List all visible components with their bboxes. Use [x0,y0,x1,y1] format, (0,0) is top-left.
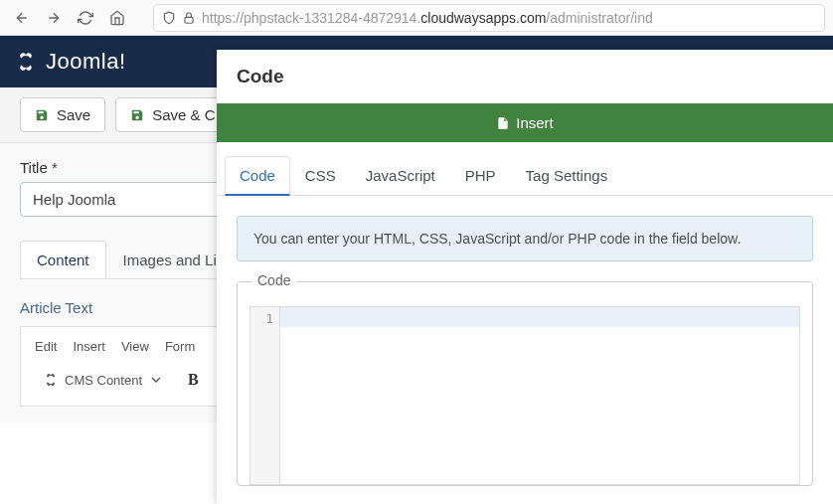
code-legend: Code [251,272,296,288]
menu-view[interactable]: View [121,339,149,354]
modal-title: Code [217,50,833,103]
modal-tabs: Code CSS JavaScript PHP Tag Settings [217,142,833,196]
menu-format[interactable]: Form [165,339,195,354]
home-button[interactable] [103,4,131,32]
joomla-logo-icon [14,50,38,74]
line-gutter: 1 [250,307,280,484]
bold-button[interactable]: B [182,369,205,391]
arrow-right-icon [46,10,62,26]
tab-php[interactable]: PHP [450,156,511,195]
arrow-left-icon [14,10,30,26]
insert-button[interactable]: Insert [217,103,833,142]
menu-insert[interactable]: Insert [73,339,105,354]
code-editor[interactable]: 1 [250,306,800,485]
tab-code[interactable]: Code [225,156,290,196]
browser-toolbar: https://phpstack-1331284-4872914.cloudwa… [0,0,833,36]
tab-css[interactable]: CSS [290,156,351,195]
menu-edit[interactable]: Edit [35,339,57,354]
info-message: You can enter your HTML, CSS, JavaScript… [237,216,813,261]
tab-content[interactable]: Content [20,241,106,278]
active-line [280,307,799,327]
line-number: 1 [256,311,273,326]
back-button[interactable] [8,4,36,32]
code-lines[interactable] [280,307,799,484]
save-close-button[interactable]: Save & C [115,97,230,132]
reload-icon [78,10,93,26]
save-icon [130,108,144,122]
save-icon [35,108,49,122]
svg-rect-0 [185,17,193,23]
address-bar[interactable]: https://phpstack-1331284-4872914.cloudwa… [153,4,825,32]
file-import-icon [496,116,510,130]
forward-button[interactable] [40,4,68,32]
home-icon [109,10,125,26]
tab-tag-settings[interactable]: Tag Settings [511,156,623,195]
lock-icon [182,11,196,25]
joomla-small-icon [43,372,59,388]
tab-javascript[interactable]: JavaScript [351,156,450,195]
reload-button[interactable] [72,4,99,32]
cms-content-dropdown[interactable]: CMS Content [35,368,172,392]
code-modal: Code Insert Code CSS JavaScript PHP Tag … [217,50,833,504]
code-fieldset: Code 1 [237,281,813,486]
shield-icon [162,11,176,25]
chevron-down-icon [148,372,164,388]
save-button[interactable]: Save [20,97,105,132]
brand-name: Joomla! [46,49,126,75]
url-text: https://phpstack-1331284-4872914.cloudwa… [202,10,653,26]
modal-body: You can enter your HTML, CSS, JavaScript… [217,196,833,504]
